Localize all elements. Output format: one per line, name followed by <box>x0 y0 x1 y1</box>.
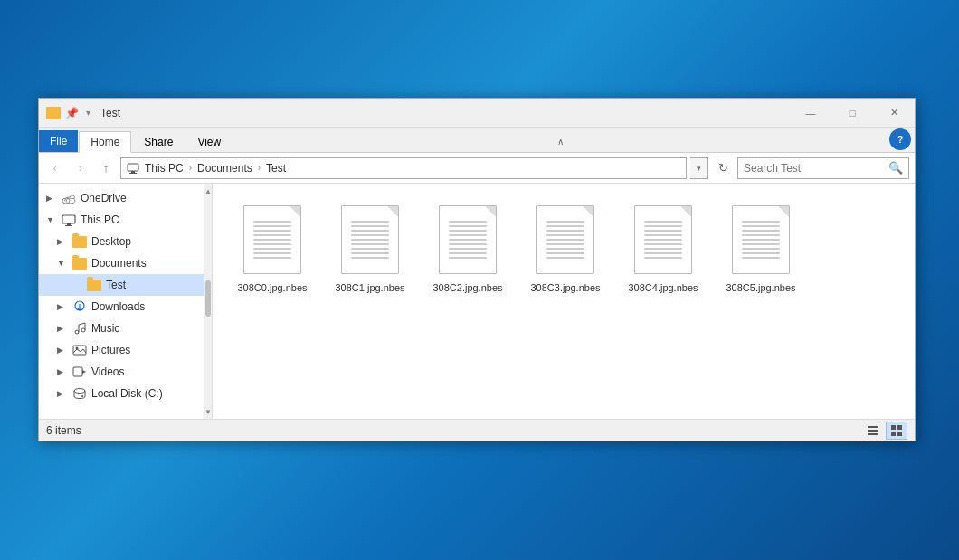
file-item[interactable]: 308C3.jpg.nbes <box>520 198 611 301</box>
minimize-button[interactable]: — <box>790 99 831 128</box>
path-test[interactable]: Test <box>266 162 286 175</box>
file-page-fold <box>680 206 691 217</box>
svg-rect-5 <box>62 215 75 223</box>
documents-icon <box>71 256 88 271</box>
file-item[interactable]: 308C5.jpg.nbes <box>716 198 806 301</box>
onedrive-label: OneDrive <box>81 192 127 204</box>
help-icon[interactable]: ? <box>889 128 911 150</box>
file-line <box>644 257 682 259</box>
file-line <box>644 248 682 250</box>
downloads-label: Downloads <box>91 300 145 313</box>
sidebar-scroll[interactable]: ▶ OneDrive ▼ This PC ▶ <box>39 184 212 419</box>
grid-view-button[interactable] <box>886 422 907 440</box>
test-icon <box>86 278 102 292</box>
search-box[interactable]: 🔍 <box>737 157 909 179</box>
file-line <box>546 252 584 254</box>
search-input[interactable] <box>744 162 885 175</box>
svg-point-11 <box>81 328 85 332</box>
localdisk-expand-arrow: ▶ <box>57 389 71 398</box>
file-line <box>449 252 487 254</box>
ribbon-tabs: File Home Share View ∧ ? <box>39 128 915 153</box>
back-button[interactable]: ‹ <box>44 157 66 179</box>
localdisk-label: Local Disk (C:) <box>91 387 163 400</box>
sidebar-item-music[interactable]: ▶ Music <box>39 318 212 339</box>
file-line <box>449 239 487 241</box>
sidebar-item-localdisk[interactable]: ▶ Local Disk (C:) <box>39 383 212 404</box>
sidebar-item-onedrive[interactable]: ▶ OneDrive <box>39 187 212 209</box>
path-documents[interactable]: Documents <box>197 162 252 175</box>
downloads-expand-arrow: ▶ <box>57 302 71 311</box>
music-icon <box>71 321 88 336</box>
file-icon <box>533 205 598 278</box>
file-line <box>742 239 780 241</box>
file-item[interactable]: 308C0.jpg.nbes <box>227 198 318 301</box>
file-area[interactable]: 308C0.jpg.nbes 308C1.jpg.nbes 308C2.jpg.… <box>213 184 915 419</box>
file-line <box>253 257 291 259</box>
file-line <box>546 257 584 259</box>
file-lines <box>253 221 291 266</box>
scrollbar-down-arrow[interactable]: ▼ <box>204 404 212 419</box>
tab-view[interactable]: View <box>185 130 233 152</box>
thispc-label: This PC <box>81 214 119 226</box>
thispc-expand-arrow: ▼ <box>46 215 61 224</box>
explorer-window: 📌 ▾ Test — □ ✕ File Home Share View ∧ ? … <box>38 98 916 441</box>
pictures-icon <box>71 343 88 357</box>
sidebar-item-documents[interactable]: ▼ Documents <box>39 252 212 274</box>
title-bar-icons: 📌 ▾ <box>46 106 95 120</box>
documents-expand-arrow: ▼ <box>57 259 71 268</box>
file-line <box>253 234 291 236</box>
file-lines <box>644 221 682 266</box>
file-item[interactable]: 308C1.jpg.nbes <box>325 198 415 301</box>
up-button[interactable]: ↑ <box>95 157 117 179</box>
tab-file[interactable]: File <box>39 130 78 152</box>
sidebar-item-desktop[interactable]: ▶ Desktop <box>39 231 212 252</box>
close-button[interactable]: ✕ <box>873 99 915 128</box>
quick-access-pin-icon[interactable]: 📌 <box>64 106 79 120</box>
file-name: 308C3.jpg.nbes <box>530 281 600 294</box>
sidebar-item-pictures[interactable]: ▶ Pictures <box>39 339 212 361</box>
sidebar-item-videos[interactable]: ▶ Videos <box>39 361 212 383</box>
file-line <box>351 225 389 227</box>
music-label: Music <box>91 322 119 335</box>
scrollbar-track[interactable] <box>204 198 212 404</box>
file-line <box>742 234 780 236</box>
sidebar: ▶ OneDrive ▼ This PC ▶ <box>39 184 213 419</box>
videos-label: Videos <box>91 365 124 378</box>
path-this-pc[interactable]: This PC <box>145 162 184 175</box>
svg-point-4 <box>66 198 75 204</box>
file-icon <box>435 205 500 278</box>
pictures-label: Pictures <box>91 344 130 356</box>
desktop-label: Desktop <box>91 235 131 248</box>
scrollbar-up-arrow[interactable]: ▲ <box>204 184 212 198</box>
svg-rect-1 <box>131 171 135 173</box>
file-line <box>742 257 780 259</box>
address-path[interactable]: This PC › Documents › Test <box>120 157 687 179</box>
file-line <box>253 230 291 232</box>
file-line <box>546 221 584 223</box>
list-view-button[interactable] <box>862 422 884 440</box>
address-dropdown-button[interactable]: ▾ <box>690 157 708 179</box>
documents-label: Documents <box>91 257 147 270</box>
file-line <box>449 257 487 259</box>
refresh-button[interactable]: ↻ <box>712 157 734 179</box>
file-line <box>546 243 584 245</box>
sidebar-item-thispc[interactable]: ▼ This PC <box>39 209 212 231</box>
file-item[interactable]: 308C2.jpg.nbes <box>423 198 513 301</box>
tab-share[interactable]: Share <box>132 130 185 152</box>
file-line <box>449 230 487 232</box>
maximize-button[interactable]: □ <box>831 99 873 128</box>
thispc-icon <box>61 213 77 227</box>
file-line <box>449 225 487 227</box>
forward-button[interactable]: › <box>70 157 91 179</box>
sidebar-item-downloads[interactable]: ▶ Downloads <box>39 296 212 318</box>
quick-access-down-icon[interactable]: ▾ <box>81 106 95 120</box>
ribbon-expand-icon[interactable]: ∧ <box>552 132 570 150</box>
file-page <box>341 205 399 274</box>
onedrive-icon <box>61 191 77 205</box>
file-line <box>253 225 291 227</box>
file-line <box>351 257 389 259</box>
file-item[interactable]: 308C4.jpg.nbes <box>618 198 708 301</box>
svg-rect-24 <box>897 432 902 436</box>
sidebar-item-test[interactable]: ▶ Test <box>39 274 212 296</box>
tab-home[interactable]: Home <box>79 131 131 153</box>
